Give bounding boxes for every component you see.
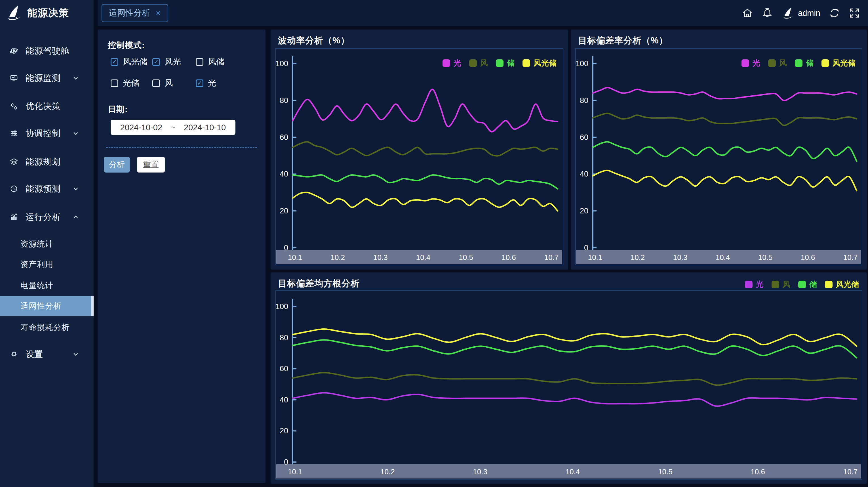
checkbox-wind-solar-storage[interactable]: 风光储 xyxy=(111,56,148,67)
chevron-down-icon xyxy=(72,351,80,358)
layers-icon xyxy=(10,157,18,166)
legend-item-风光储[interactable]: 风光储 xyxy=(523,58,557,68)
legend-item-风光储[interactable]: 风光储 xyxy=(825,279,859,290)
sidebar-subitem-grid-adaptability-analysis[interactable]: 适网性分析 xyxy=(0,296,94,316)
checkbox-label: 风光储 xyxy=(123,56,148,67)
svg-text:10.3: 10.3 xyxy=(673,253,688,262)
sidebar-item-energy-cockpit[interactable]: 能源驾驶舱 xyxy=(0,39,94,63)
legend-item-风光储[interactable]: 风光储 xyxy=(822,58,856,68)
sliders-icon xyxy=(10,129,18,138)
date-end-value: 2024-10-10 xyxy=(184,123,226,132)
svg-text:10.7: 10.7 xyxy=(843,253,858,262)
legend-swatch xyxy=(442,59,450,67)
reset-button[interactable]: 重置 xyxy=(137,157,165,173)
svg-text:10.5: 10.5 xyxy=(658,467,673,476)
legend-item-光[interactable]: 光 xyxy=(742,58,760,68)
legend-label: 储 xyxy=(809,279,817,290)
sidebar-subitem-label: 电量统计 xyxy=(21,280,53,291)
chart-title: 目标偏差均方根分析 xyxy=(278,278,360,290)
legend-swatch xyxy=(745,281,752,288)
checkbox-wind[interactable]: 风 xyxy=(152,78,173,89)
svg-text:10.1: 10.1 xyxy=(288,467,302,476)
sidebar-subitem-resource-stats[interactable]: 资源统计 xyxy=(0,234,94,254)
legend-item-光[interactable]: 光 xyxy=(745,279,764,290)
sidebar-subitem-asset-utilization[interactable]: 资产利用 xyxy=(0,254,94,274)
volatility-line-chart: 10.110.210.310.410.510.610.7020406080100 xyxy=(275,48,563,265)
svg-text:100: 100 xyxy=(576,59,588,68)
svg-text:40: 40 xyxy=(280,170,288,178)
checkbox-label: 光储 xyxy=(123,78,139,89)
legend-label: 风 xyxy=(480,58,488,68)
date-range-separator: ~ xyxy=(171,123,175,132)
svg-text:40: 40 xyxy=(580,170,588,178)
sidebar-item-energy-monitor[interactable]: 能源监测 xyxy=(0,66,94,90)
fullscreen-icon[interactable] xyxy=(849,7,860,19)
sidebar-item-label: 优化决策 xyxy=(26,100,61,112)
control-panel: 控制模式: 风光储 风光 风储 光储 风 光 日期: 2024-10-02 ~ … xyxy=(98,30,266,483)
legend-item-储[interactable]: 储 xyxy=(795,58,813,68)
chevron-down-icon xyxy=(72,74,80,82)
legend-item-储[interactable]: 储 xyxy=(798,279,817,290)
svg-text:10.4: 10.4 xyxy=(716,253,730,262)
svg-text:10.4: 10.4 xyxy=(566,467,580,476)
date-label: 日期: xyxy=(108,104,128,115)
chart-canvas: 10.110.210.310.410.510.610.7020406080100 xyxy=(276,49,563,265)
checkbox-solar-storage[interactable]: 光储 xyxy=(111,78,139,89)
svg-text:60: 60 xyxy=(580,133,588,142)
volatility-chart-panel: 波动率分析（%） 光风储风光储 10.110.210.310.410.510.6… xyxy=(271,30,568,270)
legend-item-储[interactable]: 储 xyxy=(496,58,515,68)
legend-swatch xyxy=(795,59,803,67)
dashed-separator xyxy=(106,147,257,148)
checkbox-wind-solar[interactable]: 风光 xyxy=(152,56,181,67)
bar-chart-icon xyxy=(10,213,18,221)
sidebar-item-coordinate-control[interactable]: 协调控制 xyxy=(0,121,94,146)
svg-text:10.2: 10.2 xyxy=(380,467,395,476)
tab-close-icon[interactable]: × xyxy=(156,9,161,17)
rms-deviation-line-chart: 10.110.210.310.410.510.610.7020406080100 xyxy=(275,290,862,480)
svg-text:80: 80 xyxy=(280,333,288,342)
checkbox-label: 风光 xyxy=(164,56,181,67)
chart-legend: 光风储风光储 xyxy=(742,58,856,68)
analyze-button[interactable]: 分析 xyxy=(104,157,130,173)
tab-grid-adaptability-analysis[interactable]: 适网性分析 × xyxy=(101,4,168,22)
date-range-input[interactable]: 2024-10-02 ~ 2024-10-10 xyxy=(111,120,236,135)
svg-text:0: 0 xyxy=(584,243,588,252)
refresh-icon[interactable] xyxy=(829,7,840,19)
legend-item-风[interactable]: 风 xyxy=(768,58,787,68)
checkbox-wind-storage[interactable]: 风储 xyxy=(196,56,224,67)
sidebar-item-optimize-decision[interactable]: 优化决策 xyxy=(0,94,94,118)
legend-item-风[interactable]: 风 xyxy=(772,279,790,290)
svg-text:60: 60 xyxy=(280,133,288,142)
target-deviation-line-chart: 10.110.210.310.410.510.610.7020406080100 xyxy=(575,48,862,265)
chart-canvas: 10.110.210.310.410.510.610.7020406080100 xyxy=(576,49,862,265)
gears-icon xyxy=(10,102,18,111)
legend-label: 光 xyxy=(756,279,764,290)
svg-text:0: 0 xyxy=(284,243,288,252)
sidebar-item-energy-planning[interactable]: 能源规划 xyxy=(0,150,94,174)
svg-text:10.7: 10.7 xyxy=(544,253,559,262)
svg-text:40: 40 xyxy=(280,396,288,404)
sidebar-item-energy-forecast[interactable]: 能源预测 xyxy=(0,177,94,201)
sidebar-item-label: 能源规划 xyxy=(26,156,61,168)
checkbox-box xyxy=(111,58,118,66)
user-menu[interactable]: admin xyxy=(781,7,820,19)
sidebar-item-operation-analysis[interactable]: 运行分析 xyxy=(0,205,94,229)
sidebar-subitem-electricity-stats[interactable]: 电量统计 xyxy=(0,276,94,296)
home-icon[interactable] xyxy=(742,7,753,19)
legend-swatch xyxy=(798,281,806,288)
dashboard-icon xyxy=(10,47,18,55)
sidebar-item-settings[interactable]: 设置 xyxy=(0,342,94,366)
legend-swatch xyxy=(825,281,833,288)
sidebar-subitem-life-loss-analysis[interactable]: 寿命损耗分析 xyxy=(0,317,94,337)
checkbox-solar[interactable]: 光 xyxy=(196,78,216,89)
legend-item-光[interactable]: 光 xyxy=(442,58,461,68)
legend-item-风[interactable]: 风 xyxy=(469,58,488,68)
legend-label: 风光储 xyxy=(836,279,859,290)
rms-deviation-chart-panel: 目标偏差均方根分析 光风储风光储 10.110.210.310.410.510.… xyxy=(271,272,867,484)
target-deviation-chart-panel: 目标偏差率分析（%） 光风储风光储 10.110.210.310.410.510… xyxy=(571,30,867,270)
sidebar-subitem-label: 资产利用 xyxy=(21,259,53,270)
sidebar-item-label: 能源监测 xyxy=(26,72,61,84)
legend-swatch xyxy=(772,281,779,288)
bell-icon[interactable] xyxy=(762,7,773,19)
legend-swatch xyxy=(768,59,776,67)
